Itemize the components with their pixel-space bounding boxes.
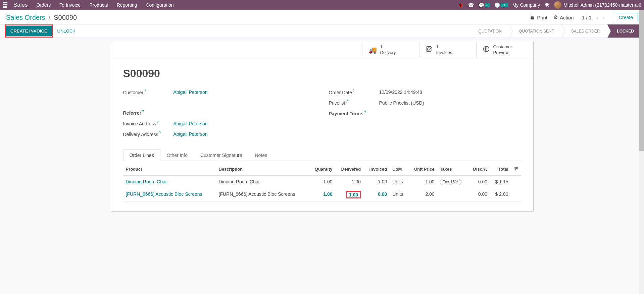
breadcrumb-current: S00090 bbox=[54, 14, 77, 21]
svg-point-5 bbox=[515, 167, 515, 168]
tax-pill: Tax 15% bbox=[440, 179, 461, 185]
action-button[interactable]: ⚙ Action bbox=[553, 14, 574, 20]
tab-other-info[interactable]: Other Info bbox=[160, 149, 194, 161]
truck-icon: 🚚 bbox=[368, 46, 377, 54]
status-sales-order[interactable]: SALES ORDER bbox=[561, 24, 607, 38]
th-delivered: Delivered bbox=[335, 163, 364, 176]
pager-prev[interactable]: ‹ bbox=[596, 14, 598, 20]
print-button[interactable]: 🖶 Print bbox=[530, 15, 547, 20]
status-quotation[interactable]: QUOTATION bbox=[469, 24, 509, 38]
label-order-date: Order Date? bbox=[329, 89, 379, 95]
th-uom: UoM bbox=[390, 163, 408, 176]
cell-invoiced: 1.00 bbox=[363, 176, 390, 188]
activities-icon[interactable]: 🕘38 bbox=[494, 2, 507, 8]
th-quantity: Quantity bbox=[309, 163, 335, 176]
th-invoiced: Invoiced bbox=[363, 163, 390, 176]
help-icon[interactable]: ? bbox=[157, 120, 159, 124]
nav-reporting[interactable]: Reporting bbox=[117, 2, 137, 8]
help-icon[interactable]: ? bbox=[364, 110, 366, 114]
unlock-button[interactable]: UNLOCK bbox=[53, 26, 80, 36]
table-row[interactable]: Dinning Room Chair Dinning Room Chair 1.… bbox=[123, 176, 521, 188]
tools-icon[interactable]: 🛠 bbox=[545, 2, 549, 8]
create-button[interactable]: Create bbox=[614, 13, 638, 22]
help-icon[interactable]: ? bbox=[142, 110, 144, 113]
app-brand[interactable]: Sales bbox=[13, 2, 28, 8]
nav-to-invoice[interactable]: To Invoice bbox=[59, 2, 81, 8]
tab-order-lines[interactable]: Order Lines bbox=[123, 149, 160, 161]
svg-point-7 bbox=[515, 170, 516, 170]
pager-next[interactable]: › bbox=[602, 14, 604, 20]
label-pricelist: Pricelist? bbox=[329, 100, 379, 106]
value-order-date: 12/09/2022 14:49:48 bbox=[379, 90, 422, 95]
gear-icon: ⚙ bbox=[553, 14, 558, 20]
cell-uom: Units bbox=[390, 188, 408, 202]
value-delivery-address[interactable]: Abigail Peterson bbox=[174, 131, 208, 137]
cell-invoiced: 0.00 bbox=[363, 188, 390, 202]
cell-quantity: 1.00 bbox=[309, 176, 335, 188]
stat-invoices[interactable]: 1 Invoices bbox=[419, 42, 476, 58]
cell-delivered: 1.00 bbox=[335, 188, 364, 202]
stat-button-row: 🚚 1 Delivery 1 Invoices bbox=[111, 42, 533, 58]
breadcrumb: Sales Orders / S00090 bbox=[6, 14, 77, 21]
pencil-note-icon bbox=[426, 45, 433, 54]
company-selector[interactable]: My Company bbox=[512, 2, 540, 8]
th-total: Total bbox=[490, 163, 511, 176]
help-icon[interactable]: ? bbox=[144, 89, 146, 93]
order-lines-table: Product Description Quantity Delivered I… bbox=[123, 163, 521, 202]
nav-orders[interactable]: Orders bbox=[37, 2, 51, 8]
cell-delivered: 1.00 bbox=[335, 176, 364, 188]
help-icon[interactable]: ? bbox=[346, 100, 348, 103]
user-name: Mitchell Admin (21702450-master-all) bbox=[563, 2, 641, 8]
cell-unit-price: 2.00 bbox=[408, 188, 437, 202]
th-product: Product bbox=[123, 163, 216, 176]
debug-icon[interactable]: 🐞 bbox=[458, 2, 463, 8]
record-title: S00090 bbox=[123, 67, 521, 80]
apps-icon[interactable] bbox=[3, 2, 9, 8]
th-taxes: Taxes bbox=[437, 163, 468, 176]
cell-uom: Units bbox=[390, 176, 408, 188]
th-unit-price: Unit Price bbox=[408, 163, 437, 176]
activities-badge: 38 bbox=[501, 3, 507, 7]
cell-product[interactable]: Dinning Room Chair bbox=[123, 176, 216, 188]
status-quotation-sent[interactable]: QUOTATION SENT bbox=[509, 24, 561, 38]
table-row[interactable]: [FURN_6666] Acoustic Bloc Screens [FURN_… bbox=[123, 188, 521, 202]
avatar-icon bbox=[554, 1, 561, 9]
label-customer: Customer? bbox=[123, 89, 174, 95]
stat-delivery[interactable]: 🚚 1 Delivery bbox=[362, 42, 419, 58]
column-options-icon[interactable] bbox=[511, 163, 521, 176]
value-customer[interactable]: Abigail Peterson bbox=[174, 90, 208, 95]
cell-quantity: 1.00 bbox=[309, 188, 335, 202]
create-invoice-button[interactable]: CREATE INVOICE bbox=[6, 26, 52, 36]
scrollbar[interactable] bbox=[639, 10, 644, 212]
user-menu[interactable]: Mitchell Admin (21702450-master-all) bbox=[554, 1, 641, 9]
cell-total: $ 1.15 bbox=[490, 176, 511, 188]
control-bar: Sales Orders / S00090 🖶 Print ⚙ Action 1… bbox=[0, 10, 644, 24]
messaging-icon[interactable]: 💬8 bbox=[479, 2, 490, 8]
stat-customer-preview[interactable]: Customer Preview bbox=[476, 42, 533, 58]
print-icon: 🖶 bbox=[530, 15, 535, 20]
label-payment-terms: Payment Terms? bbox=[329, 110, 379, 116]
breadcrumb-separator: / bbox=[49, 14, 51, 21]
nav-products[interactable]: Products bbox=[89, 2, 108, 8]
pager[interactable]: 1 / 1 bbox=[582, 15, 592, 20]
breadcrumb-root[interactable]: Sales Orders bbox=[6, 14, 45, 21]
help-icon[interactable]: ? bbox=[159, 131, 161, 135]
cell-description: [FURN_6666] Acoustic Bloc Screens bbox=[216, 188, 309, 202]
status-steps: QUOTATION QUOTATION SENT SALES ORDER LOC… bbox=[469, 24, 644, 38]
support-icon[interactable]: ☎ bbox=[468, 2, 474, 8]
tab-customer-signature[interactable]: Customer Signature bbox=[194, 149, 249, 161]
top-navbar: Sales Orders To Invoice Products Reporti… bbox=[0, 0, 644, 10]
nav-configuration[interactable]: Configuration bbox=[146, 2, 174, 8]
cell-description: Dinning Room Chair bbox=[216, 176, 309, 188]
help-icon[interactable]: ? bbox=[353, 89, 355, 93]
tab-notes[interactable]: Notes bbox=[248, 149, 274, 161]
value-invoice-address[interactable]: Abigail Peterson bbox=[174, 121, 208, 126]
status-locked[interactable]: LOCKED bbox=[607, 24, 644, 38]
messaging-badge: 8 bbox=[485, 3, 490, 7]
cell-disc: 0.00 bbox=[467, 188, 490, 202]
svg-point-6 bbox=[516, 168, 517, 169]
th-disc: Disc.% bbox=[467, 163, 490, 176]
status-bar: CREATE INVOICE UNLOCK QUOTATION QUOTATIO… bbox=[0, 24, 644, 38]
cell-product[interactable]: [FURN_6666] Acoustic Bloc Screens bbox=[123, 188, 216, 202]
cell-taxes bbox=[437, 188, 468, 202]
